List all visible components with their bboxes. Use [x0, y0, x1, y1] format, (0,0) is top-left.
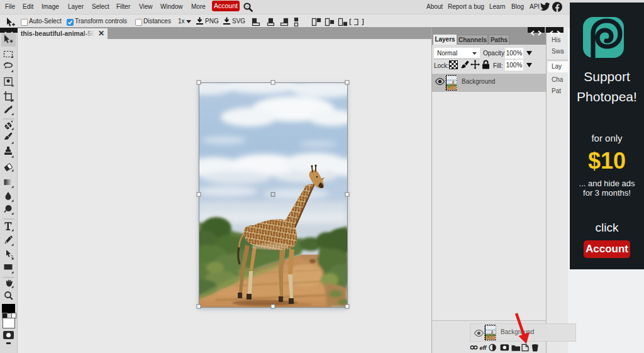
svg-text:eff: eff: [479, 345, 487, 351]
